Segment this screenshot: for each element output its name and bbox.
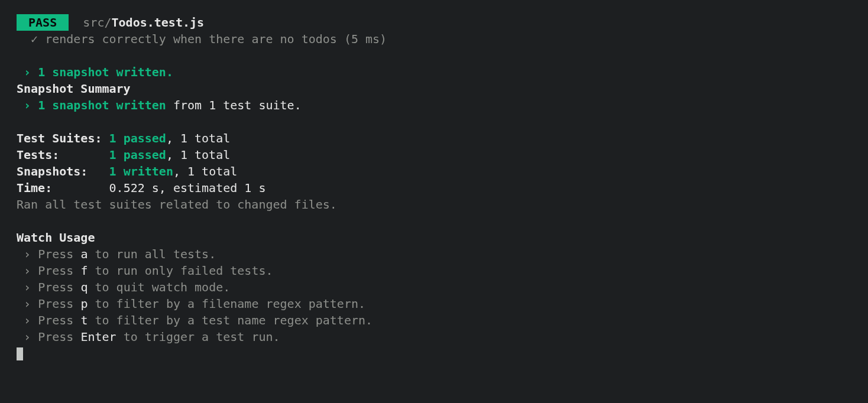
test-file-line: PASS src/Todos.test.js (17, 14, 851, 31)
watch-key: f (80, 264, 88, 278)
watch-post: to quit watch mode. (88, 280, 230, 294)
snapshots-line: Snapshots: 1 written, 1 total (17, 163, 851, 180)
watch-key: p (80, 297, 88, 311)
watch-post: to run only failed tests. (88, 264, 273, 278)
time-value: 0.522 s, estimated 1 s (52, 181, 265, 195)
check-icon: ✓ (31, 32, 38, 46)
watch-usage-heading: Watch Usage (17, 229, 851, 246)
snapshot-summary-heading: Snapshot Summary (17, 80, 851, 97)
watch-pre: Press (38, 313, 80, 327)
terminal-output[interactable]: PASS src/Todos.test.js ✓ renders correct… (17, 14, 851, 362)
snapshot-summary-rest: from 1 test suite. (166, 98, 302, 112)
snapshot-written-text: 1 snapshot written. (38, 65, 173, 79)
test-result-line: ✓ renders correctly when there are no to… (17, 31, 851, 47)
arrow-icon: › (24, 264, 31, 278)
file-path-name: Todos.test.js (112, 15, 205, 30)
arrow-icon: › (24, 297, 31, 311)
watch-item: › Press p to filter by a filename regex … (17, 295, 851, 312)
watch-post: to filter by a test name regex pattern. (88, 313, 373, 327)
test-suites-line: Test Suites: 1 passed, 1 total (17, 130, 851, 147)
arrow-icon: › (24, 280, 31, 294)
watch-pre: Press (38, 247, 80, 261)
watch-item: › Press a to run all tests. (17, 246, 851, 262)
watch-pre: Press (38, 280, 80, 294)
pass-badge: PASS (17, 14, 69, 31)
blank-line (17, 213, 851, 229)
arrow-icon: › (24, 65, 31, 79)
watch-post: to run all tests. (88, 247, 216, 261)
watch-post: to trigger a test run. (116, 330, 280, 344)
suites-passed: 1 passed (109, 131, 166, 145)
watch-item: › Press f to run only failed tests. (17, 262, 851, 279)
snapshot-summary-line: › 1 snapshot written from 1 test suite. (17, 97, 851, 113)
snapshots-label: Snapshots: (17, 164, 109, 178)
watch-key: q (80, 280, 88, 294)
watch-item: › Press q to quit watch mode. (17, 279, 851, 295)
snapshots-total: , 1 total (173, 164, 237, 178)
watch-pre: Press (38, 330, 80, 344)
watch-key: t (80, 313, 88, 327)
watch-key: Enter (80, 330, 116, 344)
watch-pre: Press (38, 264, 80, 278)
watch-item: › Press t to filter by a test name regex… (17, 312, 851, 329)
time-line: Time: 0.522 s, estimated 1 s (17, 180, 851, 196)
arrow-icon: › (24, 330, 31, 344)
tests-total: , 1 total (166, 148, 230, 162)
tests-label: Tests: (17, 148, 109, 162)
suites-total: , 1 total (166, 131, 230, 145)
time-label: Time: (17, 181, 52, 195)
tests-line: Tests: 1 passed, 1 total (17, 147, 851, 163)
arrow-icon: › (24, 247, 31, 261)
arrow-icon: › (24, 98, 31, 112)
watch-key: a (80, 247, 88, 261)
snapshot-summary-green: 1 snapshot written (38, 98, 166, 112)
watch-post: to filter by a filename regex pattern. (88, 297, 365, 311)
prompt-line[interactable] (17, 345, 851, 362)
snapshot-written-line: › 1 snapshot written. (17, 64, 851, 80)
blank-line (17, 113, 851, 130)
arrow-icon: › (24, 313, 31, 327)
file-path-dir: src/ (83, 15, 111, 30)
suites-label: Test Suites: (17, 131, 109, 145)
ran-note: Ran all test suites related to changed f… (17, 196, 851, 213)
tests-passed: 1 passed (109, 148, 166, 162)
watch-item: › Press Enter to trigger a test run. (17, 329, 851, 345)
snapshots-written: 1 written (109, 164, 173, 178)
watch-pre: Press (38, 297, 80, 311)
cursor-icon (17, 347, 23, 360)
blank-line (17, 47, 851, 64)
test-name: renders correctly when there are no todo… (45, 32, 387, 46)
